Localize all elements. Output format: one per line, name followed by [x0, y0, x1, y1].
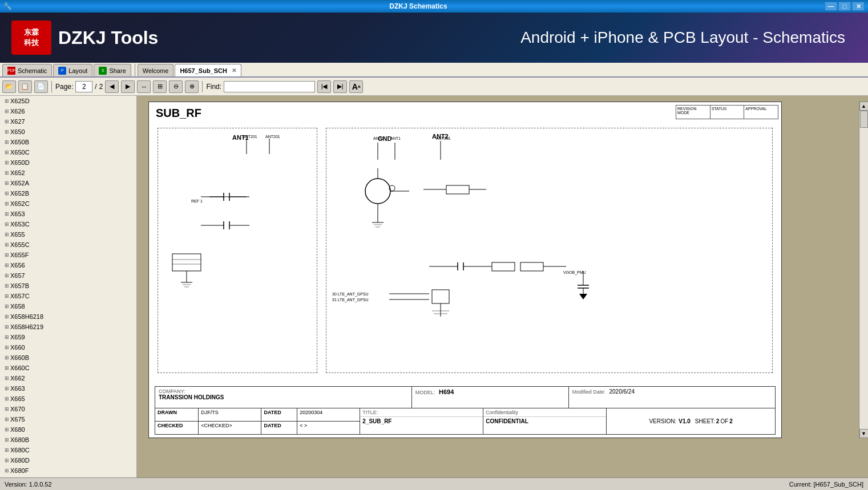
sidebar-item-x658[interactable]: ⊞ X658 [0, 301, 136, 311]
sidebar-item-x650d[interactable]: ⊞ X650D [0, 157, 136, 168]
pads-icon: P [58, 67, 66, 75]
sidebar-item-x652[interactable]: ⊞ X652 [0, 168, 136, 178]
scroll-down-btn[interactable]: ▼ [859, 429, 869, 438]
find-input[interactable] [224, 81, 315, 92]
expand-icon: ⊞ [5, 262, 9, 268]
sidebar-item-x655c[interactable]: ⊞ X655C [0, 240, 136, 250]
page-input[interactable] [75, 81, 92, 92]
sidebar[interactable]: ⊞ X625D ⊞ X626 ⊞ X627 ⊞ X650 ⊞ X650B ⊞ X… [0, 96, 137, 477]
page-total: 2 [99, 83, 103, 91]
company-value: TRANSSION HOLDINGS [159, 394, 408, 400]
sheet-of: OF [720, 418, 728, 424]
svg-rect-54 [432, 290, 449, 303]
sidebar-item-x662[interactable]: ⊞ X662 [0, 373, 136, 383]
expand-icon: ⊞ [5, 170, 9, 176]
expand-icon: ⊞ [5, 201, 9, 206]
sidebar-item-x652a[interactable]: ⊞ X652A [0, 178, 136, 188]
sidebar-item-x650[interactable]: ⊞ X650 [0, 127, 136, 137]
sidebar-item-x680c[interactable]: ⊞ X680C [0, 445, 136, 455]
svg-text:ANT1: ANT1 [390, 136, 401, 140]
item-label: X675 [10, 416, 25, 423]
scroll-thumb[interactable] [860, 111, 868, 128]
sidebar-item-x657[interactable]: ⊞ X657 [0, 270, 136, 281]
sidebar-item-x650c[interactable]: ⊞ X650C [0, 147, 136, 157]
svg-text:REF 1: REF 1 [191, 199, 203, 203]
zoom-in-btn[interactable]: ⊕ [185, 80, 199, 93]
svg-point-30 [365, 179, 390, 204]
tab-h657-sub-sch[interactable]: H657_Sub_SCH ✕ [175, 64, 241, 76]
expand-icon: ⊞ [5, 129, 9, 135]
expand-icon: ⊞ [5, 375, 9, 381]
tab-share[interactable]: S Share [94, 64, 131, 76]
tab-close-icon[interactable]: ✕ [232, 67, 236, 74]
tab-schematic[interactable]: PDF Schematic [2, 64, 52, 76]
sidebar-item-x657c[interactable]: ⊞ X657C [0, 291, 136, 301]
sidebar-item-x653c[interactable]: ⊞ X653C [0, 219, 136, 229]
next-page-btn[interactable]: ▶ [121, 80, 135, 93]
sidebar-item-x682b[interactable]: ⊞ X682B [0, 476, 136, 477]
minimize-button[interactable]: — [825, 2, 837, 11]
sidebar-item-x660b[interactable]: ⊞ X660B [0, 353, 136, 363]
vertical-scrollbar[interactable]: ▲ ▼ [859, 102, 868, 438]
expand-icon: ⊞ [5, 365, 9, 371]
sheet-area: SHEET: 2 OF 2 [695, 418, 733, 424]
find-prev-btn[interactable]: |◀ [317, 80, 331, 93]
sidebar-item-x675[interactable]: ⊞ X675 [0, 414, 136, 424]
tab-welcome[interactable]: Welcome [138, 64, 174, 76]
fit-width-btn[interactable]: ↔ [137, 80, 151, 93]
share-icon: S [99, 67, 107, 75]
sidebar-item-x660c[interactable]: ⊞ X660C [0, 363, 136, 373]
sidebar-item-x663[interactable]: ⊞ X663 [0, 383, 136, 394]
item-label: X652 [10, 169, 25, 176]
sidebar-item-x680f[interactable]: ⊞ X680F [0, 465, 136, 476]
sidebar-item-x656[interactable]: ⊞ X656 [0, 260, 136, 270]
expand-icon: ⊞ [5, 273, 9, 278]
close-button[interactable]: ✕ [852, 2, 865, 11]
sidebar-item-x625d[interactable]: ⊞ X625D [0, 96, 136, 106]
schematic-area[interactable]: SUB_RF REVISION MODE STATUS APPROVAL ANT… [137, 96, 868, 477]
sidebar-item-x680d[interactable]: ⊞ X680D [0, 455, 136, 465]
sidebar-item-x652b[interactable]: ⊞ X652B [0, 188, 136, 199]
item-label: X658H6218 [10, 313, 43, 320]
sidebar-item-x670[interactable]: ⊞ X670 [0, 404, 136, 414]
sidebar-item-x626[interactable]: ⊞ X626 [0, 106, 136, 116]
item-label: X657B [10, 282, 29, 289]
scroll-track[interactable] [859, 111, 869, 429]
sidebar-item-x658h6218[interactable]: ⊞ X658H6218 [0, 311, 136, 322]
sidebar-item-x650b[interactable]: ⊞ X650B [0, 137, 136, 147]
zoom-out-btn[interactable]: ⊖ [169, 80, 183, 93]
dated-value1: 20200304 [297, 408, 360, 421]
sidebar-item-x665[interactable]: ⊞ X665 [0, 394, 136, 404]
sidebar-item-x660[interactable]: ⊞ X660 [0, 342, 136, 353]
find-options-btn[interactable]: Aa [349, 80, 363, 93]
expand-icon: ⊞ [5, 160, 9, 165]
toolbar-paste-btn[interactable]: 📄 [34, 80, 48, 93]
sidebar-item-x659[interactable]: ⊞ X659 [0, 332, 136, 342]
toolbar-open-btn[interactable]: 📂 [2, 80, 16, 93]
sidebar-item-x655f[interactable]: ⊞ X655F [0, 250, 136, 260]
maximize-button[interactable]: □ [838, 2, 851, 11]
scroll-up-btn[interactable]: ▲ [859, 102, 869, 111]
sidebar-item-x653[interactable]: ⊞ X653 [0, 209, 136, 219]
item-label: X663 [10, 385, 25, 392]
item-label: X653 [10, 210, 25, 217]
sidebar-item-x657b[interactable]: ⊞ X657B [0, 281, 136, 291]
sidebar-item-x658h6219[interactable]: ⊞ X658H6219 [0, 322, 136, 332]
item-label: X655 [10, 231, 25, 238]
fit-page-btn[interactable]: ⊞ [153, 80, 167, 93]
prev-page-btn[interactable]: ◀ [105, 80, 119, 93]
expand-icon: ⊞ [5, 252, 9, 258]
tab-layout[interactable]: P Layout [53, 64, 92, 76]
sidebar-item-x655[interactable]: ⊞ X655 [0, 229, 136, 240]
sidebar-item-x680b[interactable]: ⊞ X680B [0, 435, 136, 445]
sidebar-item-x680[interactable]: ⊞ X680 [0, 424, 136, 435]
item-label: X650 [10, 128, 25, 135]
sidebar-item-x627[interactable]: ⊞ X627 [0, 116, 136, 127]
item-label: X655C [10, 241, 30, 248]
sidebar-item-x652c[interactable]: ⊞ X652C [0, 199, 136, 209]
sheet-total: 2 [729, 418, 733, 424]
find-next-btn[interactable]: ▶| [333, 80, 347, 93]
expand-icon: ⊞ [5, 324, 9, 330]
svg-rect-46 [492, 262, 515, 271]
toolbar-copy-btn[interactable]: 📋 [18, 80, 32, 93]
